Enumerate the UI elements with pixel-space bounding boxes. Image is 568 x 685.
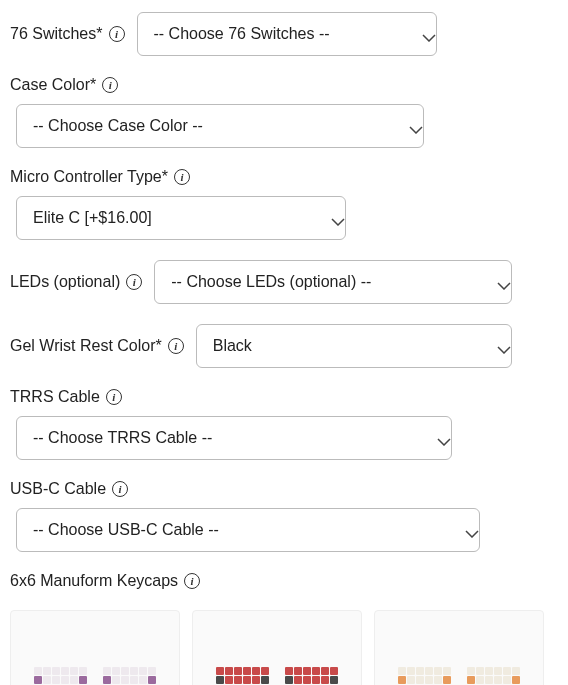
usbc-label: USB-C Cable i: [10, 480, 128, 498]
leds-select[interactable]: -- Choose LEDs (optional) --: [154, 260, 512, 304]
micro-controller-select[interactable]: Elite C [+$16.00]: [16, 196, 346, 240]
case-color-label-text: Case Color*: [10, 76, 96, 94]
case-color-value: -- Choose Case Color --: [33, 117, 203, 135]
keycap-image: [381, 635, 537, 685]
info-icon[interactable]: i: [168, 338, 184, 354]
trrs-label: TRRS Cable i: [10, 388, 122, 406]
wrist-rest-label-text: Gel Wrist Rest Color*: [10, 337, 162, 355]
keycaps-label: 6x6 Manuform Keycaps i: [10, 572, 200, 590]
case-color-label: Case Color* i: [10, 76, 118, 94]
switches-value: -- Choose 76 Switches --: [154, 25, 330, 43]
switches-label: 76 Switches* i: [10, 25, 125, 43]
keycap-option-purple-white[interactable]: [10, 610, 180, 685]
switches-select[interactable]: -- Choose 76 Switches --: [137, 12, 437, 56]
switches-label-text: 76 Switches*: [10, 25, 103, 43]
info-icon[interactable]: i: [102, 77, 118, 93]
micro-controller-value: Elite C [+$16.00]: [33, 209, 152, 227]
wrist-rest-label: Gel Wrist Rest Color* i: [10, 337, 184, 355]
leds-value: -- Choose LEDs (optional) --: [171, 273, 371, 291]
info-icon[interactable]: i: [174, 169, 190, 185]
trrs-value: -- Choose TRRS Cable --: [33, 429, 212, 447]
keycaps-label-text: 6x6 Manuform Keycaps: [10, 572, 178, 590]
micro-controller-label-text: Micro Controller Type*: [10, 168, 168, 186]
leds-label: LEDs (optional) i: [10, 273, 142, 291]
info-icon[interactable]: i: [112, 481, 128, 497]
usbc-select[interactable]: -- Choose USB-C Cable --: [16, 508, 480, 552]
keycap-options: [10, 610, 544, 685]
keycap-image: [17, 635, 173, 685]
trrs-select[interactable]: -- Choose TRRS Cable --: [16, 416, 452, 460]
trrs-label-text: TRRS Cable: [10, 388, 100, 406]
leds-label-text: LEDs (optional): [10, 273, 120, 291]
wrist-rest-select[interactable]: Black: [196, 324, 512, 368]
keycap-option-cream-orange[interactable]: [374, 610, 544, 685]
info-icon[interactable]: i: [109, 26, 125, 42]
info-icon[interactable]: i: [126, 274, 142, 290]
case-color-select[interactable]: -- Choose Case Color --: [16, 104, 424, 148]
usbc-label-text: USB-C Cable: [10, 480, 106, 498]
usbc-value: -- Choose USB-C Cable --: [33, 521, 219, 539]
info-icon[interactable]: i: [106, 389, 122, 405]
info-icon[interactable]: i: [184, 573, 200, 589]
micro-controller-label: Micro Controller Type* i: [10, 168, 190, 186]
keycap-option-red-charcoal[interactable]: [192, 610, 362, 685]
wrist-rest-value: Black: [213, 337, 252, 355]
keycap-image: [199, 635, 355, 685]
